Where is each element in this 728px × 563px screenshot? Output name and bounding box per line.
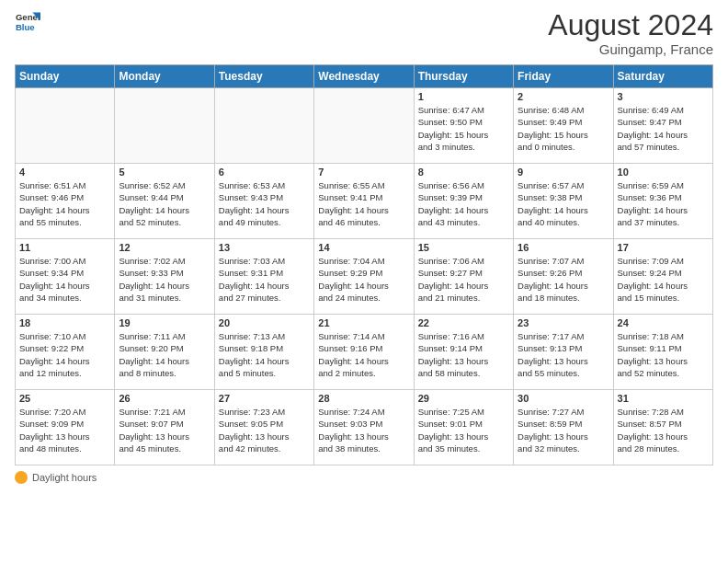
day-number: 25 bbox=[19, 393, 110, 404]
day-info: Sunrise: 7:16 AM Sunset: 9:14 PM Dayligh… bbox=[418, 330, 509, 379]
day-info: Sunrise: 7:21 AM Sunset: 9:07 PM Dayligh… bbox=[119, 406, 210, 454]
day-number: 19 bbox=[119, 317, 210, 328]
day-number: 26 bbox=[119, 393, 210, 404]
day-info: Sunrise: 7:09 AM Sunset: 9:24 PM Dayligh… bbox=[618, 255, 709, 304]
calendar-cell: 18Sunrise: 7:10 AM Sunset: 9:22 PM Dayli… bbox=[16, 315, 115, 390]
calendar-cell: 25Sunrise: 7:20 AM Sunset: 9:09 PM Dayli… bbox=[16, 390, 115, 465]
col-friday: Friday bbox=[514, 65, 613, 88]
calendar-cell: 21Sunrise: 7:14 AM Sunset: 9:16 PM Dayli… bbox=[314, 315, 414, 390]
col-thursday: Thursday bbox=[414, 65, 513, 88]
calendar-cell: 20Sunrise: 7:13 AM Sunset: 9:18 PM Dayli… bbox=[214, 315, 313, 390]
day-number: 23 bbox=[518, 317, 609, 328]
calendar-cell: 4Sunrise: 6:51 AM Sunset: 9:46 PM Daylig… bbox=[16, 164, 115, 239]
day-number: 8 bbox=[418, 167, 509, 178]
month-year: August 2024 bbox=[548, 9, 713, 41]
calendar-cell: 22Sunrise: 7:16 AM Sunset: 9:14 PM Dayli… bbox=[414, 315, 513, 390]
day-number: 11 bbox=[19, 242, 110, 253]
day-info: Sunrise: 6:55 AM Sunset: 9:41 PM Dayligh… bbox=[318, 179, 409, 228]
day-info: Sunrise: 7:20 AM Sunset: 9:09 PM Dayligh… bbox=[19, 406, 110, 454]
col-saturday: Saturday bbox=[613, 65, 712, 88]
daylight-label: Daylight hours bbox=[32, 472, 97, 483]
calendar-cell: 1Sunrise: 6:47 AM Sunset: 9:50 PM Daylig… bbox=[414, 88, 513, 164]
day-number: 31 bbox=[618, 393, 709, 404]
day-number: 20 bbox=[219, 317, 310, 328]
day-info: Sunrise: 7:24 AM Sunset: 9:03 PM Dayligh… bbox=[318, 406, 409, 454]
day-info: Sunrise: 7:11 AM Sunset: 9:20 PM Dayligh… bbox=[119, 330, 210, 379]
logo-icon: General Blue bbox=[15, 9, 40, 35]
calendar-cell: 6Sunrise: 6:53 AM Sunset: 9:43 PM Daylig… bbox=[214, 164, 313, 239]
col-tuesday: Tuesday bbox=[214, 65, 313, 88]
day-info: Sunrise: 6:53 AM Sunset: 9:43 PM Dayligh… bbox=[219, 179, 310, 228]
day-info: Sunrise: 7:23 AM Sunset: 9:05 PM Dayligh… bbox=[219, 406, 310, 454]
calendar-cell: 17Sunrise: 7:09 AM Sunset: 9:24 PM Dayli… bbox=[613, 239, 712, 315]
day-info: Sunrise: 6:47 AM Sunset: 9:50 PM Dayligh… bbox=[418, 104, 509, 153]
day-number: 30 bbox=[518, 393, 609, 404]
calendar-week-3: 11Sunrise: 7:00 AM Sunset: 9:34 PM Dayli… bbox=[16, 239, 713, 315]
day-number: 29 bbox=[418, 393, 509, 404]
calendar-cell: 3Sunrise: 6:49 AM Sunset: 9:47 PM Daylig… bbox=[613, 88, 712, 164]
day-info: Sunrise: 7:07 AM Sunset: 9:26 PM Dayligh… bbox=[518, 255, 609, 304]
calendar-cell: 11Sunrise: 7:00 AM Sunset: 9:34 PM Dayli… bbox=[16, 239, 115, 315]
day-number: 12 bbox=[119, 242, 210, 253]
day-info: Sunrise: 7:02 AM Sunset: 9:33 PM Dayligh… bbox=[119, 255, 210, 304]
day-number: 14 bbox=[318, 242, 409, 253]
col-wednesday: Wednesday bbox=[314, 65, 414, 88]
calendar-cell: 15Sunrise: 7:06 AM Sunset: 9:27 PM Dayli… bbox=[414, 239, 513, 315]
calendar-cell: 28Sunrise: 7:24 AM Sunset: 9:03 PM Dayli… bbox=[314, 390, 414, 465]
day-number: 2 bbox=[518, 91, 609, 102]
day-info: Sunrise: 6:56 AM Sunset: 9:39 PM Dayligh… bbox=[418, 179, 509, 228]
day-info: Sunrise: 7:03 AM Sunset: 9:31 PM Dayligh… bbox=[219, 255, 310, 304]
calendar-cell: 2Sunrise: 6:48 AM Sunset: 9:49 PM Daylig… bbox=[514, 88, 613, 164]
svg-text:Blue: Blue bbox=[16, 22, 35, 32]
calendar-week-4: 18Sunrise: 7:10 AM Sunset: 9:22 PM Dayli… bbox=[16, 315, 713, 390]
day-number: 18 bbox=[19, 317, 110, 328]
day-number: 21 bbox=[318, 317, 409, 328]
day-number: 24 bbox=[618, 317, 709, 328]
day-number: 6 bbox=[219, 167, 310, 178]
location: Guingamp, France bbox=[548, 41, 713, 57]
sun-icon bbox=[15, 471, 28, 484]
calendar-cell: 12Sunrise: 7:02 AM Sunset: 9:33 PM Dayli… bbox=[115, 239, 214, 315]
day-number: 7 bbox=[318, 167, 409, 178]
calendar-cell: 8Sunrise: 6:56 AM Sunset: 9:39 PM Daylig… bbox=[414, 164, 513, 239]
day-info: Sunrise: 7:17 AM Sunset: 9:13 PM Dayligh… bbox=[518, 330, 609, 379]
day-info: Sunrise: 6:59 AM Sunset: 9:36 PM Dayligh… bbox=[618, 179, 709, 228]
day-number: 17 bbox=[618, 242, 709, 253]
day-number: 15 bbox=[418, 242, 509, 253]
day-number: 4 bbox=[19, 167, 110, 178]
calendar-cell: 14Sunrise: 7:04 AM Sunset: 9:29 PM Dayli… bbox=[314, 239, 414, 315]
day-info: Sunrise: 6:57 AM Sunset: 9:38 PM Dayligh… bbox=[518, 179, 609, 228]
calendar-cell: 9Sunrise: 6:57 AM Sunset: 9:38 PM Daylig… bbox=[514, 164, 613, 239]
day-number: 22 bbox=[418, 317, 509, 328]
day-info: Sunrise: 7:28 AM Sunset: 8:57 PM Dayligh… bbox=[618, 406, 709, 454]
calendar-cell: 10Sunrise: 6:59 AM Sunset: 9:36 PM Dayli… bbox=[613, 164, 712, 239]
day-number: 10 bbox=[618, 167, 709, 178]
calendar-cell: 29Sunrise: 7:25 AM Sunset: 9:01 PM Dayli… bbox=[414, 390, 513, 465]
calendar-cell: 31Sunrise: 7:28 AM Sunset: 8:57 PM Dayli… bbox=[613, 390, 712, 465]
day-number: 5 bbox=[119, 167, 210, 178]
day-info: Sunrise: 7:10 AM Sunset: 9:22 PM Dayligh… bbox=[19, 330, 110, 379]
calendar-cell bbox=[314, 88, 414, 164]
day-info: Sunrise: 7:25 AM Sunset: 9:01 PM Dayligh… bbox=[418, 406, 509, 454]
calendar-cell: 26Sunrise: 7:21 AM Sunset: 9:07 PM Dayli… bbox=[115, 390, 214, 465]
logo: General Blue bbox=[15, 9, 40, 35]
calendar-cell bbox=[16, 88, 115, 164]
day-number: 28 bbox=[318, 393, 409, 404]
day-info: Sunrise: 7:18 AM Sunset: 9:11 PM Dayligh… bbox=[618, 330, 709, 379]
day-number: 1 bbox=[418, 91, 509, 102]
day-info: Sunrise: 6:48 AM Sunset: 9:49 PM Dayligh… bbox=[518, 104, 609, 153]
day-info: Sunrise: 7:13 AM Sunset: 9:18 PM Dayligh… bbox=[219, 330, 310, 379]
calendar-cell: 13Sunrise: 7:03 AM Sunset: 9:31 PM Dayli… bbox=[214, 239, 313, 315]
day-info: Sunrise: 7:00 AM Sunset: 9:34 PM Dayligh… bbox=[19, 255, 110, 304]
footer: Daylight hours bbox=[15, 471, 713, 484]
calendar-cell: 16Sunrise: 7:07 AM Sunset: 9:26 PM Dayli… bbox=[514, 239, 613, 315]
col-monday: Monday bbox=[115, 65, 214, 88]
calendar-cell: 23Sunrise: 7:17 AM Sunset: 9:13 PM Dayli… bbox=[514, 315, 613, 390]
day-number: 27 bbox=[219, 393, 310, 404]
day-number: 9 bbox=[518, 167, 609, 178]
day-number: 3 bbox=[618, 91, 709, 102]
calendar-week-5: 25Sunrise: 7:20 AM Sunset: 9:09 PM Dayli… bbox=[16, 390, 713, 465]
calendar-table: Sunday Monday Tuesday Wednesday Thursday… bbox=[15, 64, 713, 465]
page-container: General Blue August 2024 Guingamp, Franc… bbox=[0, 0, 728, 493]
calendar-cell: 19Sunrise: 7:11 AM Sunset: 9:20 PM Dayli… bbox=[115, 315, 214, 390]
